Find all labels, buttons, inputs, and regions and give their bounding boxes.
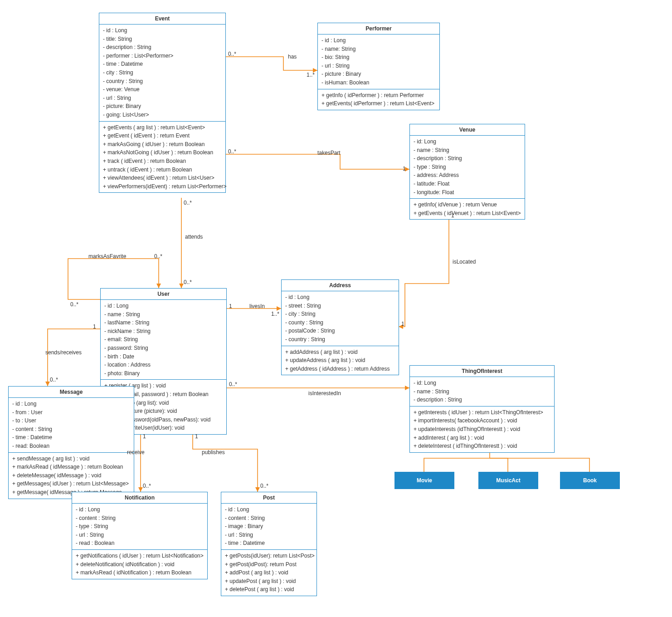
- class-address: Address - id : Long - street : String - …: [281, 279, 399, 375]
- class-title: ThingOfInterest: [410, 366, 554, 377]
- mult: 0..*: [154, 253, 162, 260]
- attrs: - id : Long - street : String - city : S…: [282, 291, 399, 346]
- mult: 1: [403, 166, 406, 172]
- mult: 1: [195, 433, 198, 440]
- class-notification: Notification - id : Long - content : Str…: [72, 492, 208, 579]
- attrs: - id : Long - content : String - image :…: [221, 504, 317, 550]
- rel-receive: receive: [127, 449, 145, 455]
- class-venue: Venue - id: Long - name : String - descr…: [409, 124, 525, 220]
- class-post: Post - id : Long - content : String - im…: [221, 492, 317, 596]
- mult: 0..*: [184, 200, 192, 206]
- mult: 1: [401, 321, 404, 327]
- class-book: Book: [560, 472, 620, 489]
- mult: 0..*: [70, 301, 78, 308]
- ops: + getInfo( idVenue ) : return Venue + ge…: [410, 199, 525, 219]
- rel-marks-favorite: marksAsFavrite: [88, 253, 126, 260]
- attrs: - id : Long - name: String - bio: String…: [318, 34, 439, 89]
- attrs: - id: Long - name : String - description…: [410, 377, 554, 406]
- mult: 0..*: [229, 381, 237, 387]
- mult: 0..*: [184, 279, 192, 285]
- ops: + getEvents ( arg list ) : return List<E…: [99, 122, 225, 193]
- mult: 1: [143, 433, 146, 440]
- class-message: Message - id : Long - from : User - to :…: [8, 386, 134, 499]
- rel-publishes: publishes: [202, 449, 225, 455]
- svg-marker-2: [179, 284, 184, 288]
- ops: + getPosts(idUser): return List<Post> + …: [221, 550, 317, 596]
- svg-marker-9: [255, 487, 260, 492]
- class-title: Venue: [410, 124, 525, 136]
- class-title: Address: [282, 280, 399, 291]
- svg-marker-4: [45, 382, 50, 386]
- mult: 1: [93, 323, 96, 330]
- mult: 1..*: [271, 311, 279, 317]
- mult: 0..*: [228, 148, 236, 155]
- svg-marker-8: [138, 487, 143, 492]
- mult: 1: [229, 303, 232, 309]
- class-thing-of-interest: ThingOfInterest - id: Long - name : Stri…: [409, 365, 555, 453]
- attrs: - id : Long - content : String - type : …: [72, 504, 207, 550]
- mult: 0..*: [260, 483, 268, 489]
- class-music-act: MusicAct: [478, 472, 538, 489]
- attrs: - id: Long - name : String - description…: [410, 136, 525, 199]
- class-title: User: [101, 289, 226, 300]
- rel-takes-part: takesPart: [317, 150, 341, 156]
- ops: + getInfo ( idPerformer ) : return Perfo…: [318, 89, 439, 110]
- mult: 1..*: [307, 72, 315, 78]
- rel-is-located: isLocated: [453, 259, 476, 265]
- mult: 0..*: [143, 483, 151, 489]
- attrs: - id : Long - name : String - lastName :…: [101, 300, 226, 380]
- class-performer: Performer - id : Long - name: String - b…: [317, 23, 440, 110]
- rel-sends-receives: sends/receives: [45, 349, 82, 356]
- class-title: Notification: [72, 492, 207, 504]
- class-title: Post: [221, 492, 317, 504]
- uml-canvas: Event - id : Long - title: String - desc…: [0, 0, 672, 617]
- attrs: - id : Long - title: String - descriptio…: [99, 24, 225, 122]
- attrs: - id : Long - from : User - to : User - …: [9, 398, 134, 453]
- class-movie: Movie: [394, 472, 454, 489]
- svg-marker-3: [156, 284, 161, 288]
- ops: + addAddress ( arg list ) : void + updat…: [282, 346, 399, 375]
- rel-is-interested-in: isInterestedIn: [308, 390, 341, 397]
- class-title: Performer: [318, 23, 439, 34]
- ops: + getNotifications ( idUser ) : return L…: [72, 550, 207, 579]
- svg-marker-7: [405, 386, 409, 390]
- rel-attends: attends: [185, 234, 203, 240]
- mult: 0..*: [228, 51, 236, 57]
- class-title: Message: [9, 387, 134, 398]
- class-title: Event: [99, 13, 225, 24]
- rel-has: has: [288, 54, 297, 60]
- ops: + getInterests ( idUser ) : return List<…: [410, 406, 554, 452]
- class-event: Event - id : Long - title: String - desc…: [99, 13, 226, 193]
- rel-lives-in: livesIn: [249, 303, 265, 309]
- mult: 1: [451, 212, 454, 219]
- svg-marker-5: [277, 306, 281, 311]
- mult: 0..*: [50, 377, 58, 383]
